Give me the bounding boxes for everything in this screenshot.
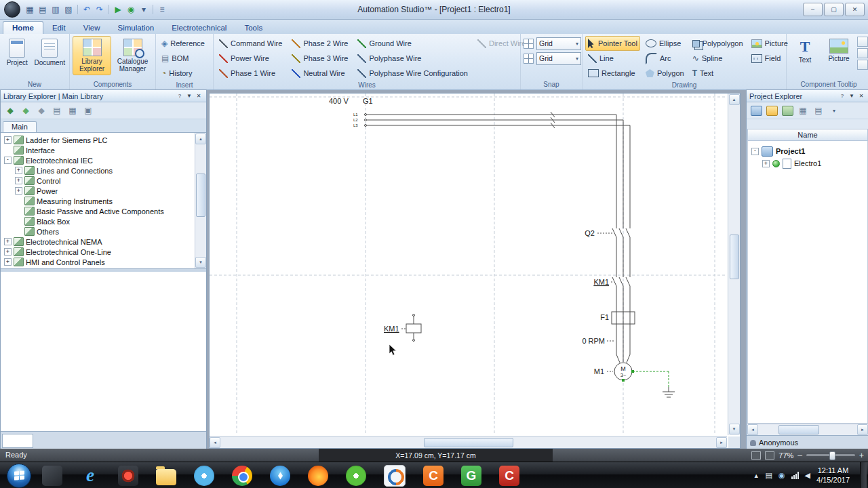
detail-view-icon[interactable]: ▦ — [66, 104, 79, 117]
maximize-icon[interactable]: ▢ — [824, 3, 844, 16]
tooltip-text-button[interactable]: T Text — [789, 36, 821, 66]
ellipse-tool-button[interactable]: Ellipse — [643, 36, 687, 51]
scroll-down-icon[interactable]: ▼ — [729, 424, 740, 434]
neutral-wire-button[interactable]: Neutral Wire — [289, 66, 351, 81]
history-button[interactable]: ◔ History — [159, 66, 208, 81]
properties-icon[interactable]: ▦ — [796, 104, 810, 117]
scroll-down-icon[interactable]: ▼ — [195, 257, 206, 268]
schematic-canvas[interactable]: 400 V G1 L1 L2 L3 — [210, 94, 727, 435]
selection-handle[interactable] — [631, 370, 634, 373]
tray-app-icon-2[interactable]: ◉ — [778, 471, 785, 480]
phase3-wire-button[interactable]: Phase 3 Wire — [289, 51, 351, 66]
tree-item[interactable]: Others — [1, 226, 195, 237]
taskbar-blue-app-icon[interactable] — [194, 466, 214, 486]
tree-item[interactable]: Black Box — [1, 216, 195, 226]
new-document-icon[interactable] — [749, 104, 763, 117]
speed-label[interactable]: 0 RPM — [582, 337, 605, 345]
taskbar-green-app-icon[interactable] — [346, 466, 366, 486]
library-panel-header[interactable]: Library Explorer | Main Library ? ▼ ✕ — [1, 90, 206, 102]
expander-icon[interactable]: + — [4, 136, 12, 144]
zoom-slider-thumb[interactable] — [829, 451, 835, 460]
snap-grid-select-1[interactable]: Grid▾ — [536, 37, 581, 50]
page-view-icon[interactable] — [751, 451, 761, 460]
snap-grid-select-2[interactable]: Grid▾ — [536, 52, 581, 65]
polygon-tool-button[interactable]: Polygon — [643, 66, 687, 81]
command-wire-button[interactable]: Command Wire — [216, 36, 285, 51]
fit-view-icon[interactable] — [765, 451, 774, 460]
pin-icon[interactable]: ▼ — [847, 92, 856, 100]
tab-electrotechnical[interactable]: Electrotechnical — [163, 22, 235, 34]
arc-tool-button[interactable]: Arc — [643, 51, 687, 66]
close-icon[interactable]: ✕ — [856, 92, 866, 100]
zoom-in-icon[interactable]: + — [859, 452, 864, 459]
tray-expand-icon[interactable]: ▲ — [753, 472, 760, 479]
zoom-slider[interactable] — [806, 454, 855, 456]
tree-item[interactable]: +Lines and Connections — [1, 165, 195, 176]
undo-icon[interactable]: ↶ — [81, 3, 93, 16]
scroll-left-icon[interactable]: ◄ — [210, 437, 220, 448]
favorites-icon[interactable]: ◆ — [35, 104, 48, 117]
taskbar-green-g-app-icon[interactable]: G — [461, 466, 481, 486]
close-icon[interactable]: ✕ — [194, 92, 203, 100]
minimize-icon[interactable]: – — [803, 3, 823, 16]
start-button[interactable] — [7, 464, 31, 488]
taskbar-clock[interactable]: 12:11 AM 4/15/2017 — [816, 466, 850, 485]
print-icon[interactable]: ▧ — [62, 3, 75, 16]
tree-item[interactable]: +Ladder for Siemens PLC — [1, 135, 195, 145]
tab-home[interactable]: Home — [3, 21, 43, 34]
tree-item[interactable]: -Electrotechnical IEC — [1, 155, 195, 165]
rectangle-tool-button[interactable]: Rectangle — [585, 66, 640, 81]
overload-label[interactable]: F1 — [600, 313, 609, 321]
spline-tool-button[interactable]: ∿Spline — [690, 51, 746, 66]
scrollbar-thumb[interactable] — [778, 425, 819, 434]
document-tree-item[interactable]: + Electro1 — [748, 157, 867, 169]
expander-icon[interactable]: + — [15, 177, 22, 184]
close-icon[interactable]: ✕ — [845, 3, 865, 16]
filter-icon[interactable]: ▤ — [812, 104, 825, 117]
list-view-icon[interactable]: ▤ — [50, 104, 64, 117]
taskbar-safari-icon[interactable] — [270, 466, 290, 486]
polypolygon-tool-button[interactable]: Polypolygon — [690, 36, 746, 51]
tree-item[interactable]: +HMI and Control Panels — [1, 257, 195, 267]
save-project-icon[interactable] — [781, 104, 794, 117]
taskbar-chrome-icon[interactable] — [232, 466, 252, 486]
scrollbar-thumb[interactable] — [196, 174, 205, 217]
expander-icon[interactable]: + — [4, 238, 12, 245]
motor-label[interactable]: M1 — [594, 367, 604, 375]
text-tool-button[interactable]: TText — [690, 66, 746, 81]
taskbar-firefox-icon[interactable] — [308, 466, 328, 486]
tree-item[interactable]: +Electrotechnical NEMA — [1, 237, 195, 247]
tab-main-library[interactable]: Main — [3, 121, 37, 132]
taskbar-orange-c-app-icon[interactable]: C — [423, 466, 443, 486]
scrollbar-thumb[interactable] — [730, 235, 739, 279]
motor-m1-symbol[interactable] — [607, 354, 632, 380]
canvas-vertical-scrollbar[interactable]: ▲ ▼ — [728, 94, 740, 435]
expander-icon[interactable]: + — [15, 187, 22, 195]
lock-icon[interactable]: ▣ — [81, 104, 95, 117]
zoom-out-icon[interactable]: – — [797, 452, 802, 459]
project-horizontal-scrollbar[interactable]: ◄ ► — [747, 424, 868, 435]
polyphase-wire-config-button[interactable]: Polyphase Wire Configuration — [355, 66, 471, 81]
catalogue-manager-button[interactable]: Catalogue Manager — [113, 36, 153, 75]
qat-dropdown-icon[interactable]: ▾ — [138, 3, 150, 16]
expander-icon[interactable]: - — [4, 157, 12, 164]
overload-f1-symbol[interactable] — [612, 312, 635, 354]
coil-label[interactable]: KM1 — [384, 325, 399, 333]
project-panel-header[interactable]: Project Explorer ? ▼ ✕ — [747, 90, 868, 102]
tooltip-extra-icon-1[interactable] — [857, 37, 868, 47]
tray-app-icon-1[interactable]: ▤ — [766, 471, 772, 480]
tree-item[interactable]: Measuring Instruments — [1, 196, 195, 206]
taskbar-file-explorer-icon[interactable] — [156, 469, 176, 485]
help-icon[interactable]: ? — [175, 92, 184, 100]
ground-symbol[interactable] — [663, 387, 675, 397]
voltage-label[interactable]: 400 V — [329, 97, 349, 105]
taskbar-app-dark-icon[interactable] — [42, 466, 62, 486]
show-desktop-button[interactable] — [860, 462, 867, 488]
library-explorer-button[interactable]: Library Explorer — [73, 36, 111, 75]
selection-handle[interactable] — [622, 379, 625, 382]
project-button[interactable]: Project — [3, 36, 31, 69]
taskbar-red-tool-icon[interactable] — [118, 466, 138, 486]
expander-icon[interactable]: + — [15, 167, 22, 174]
open-project-icon[interactable] — [765, 104, 778, 117]
tab-view[interactable]: View — [75, 22, 109, 34]
